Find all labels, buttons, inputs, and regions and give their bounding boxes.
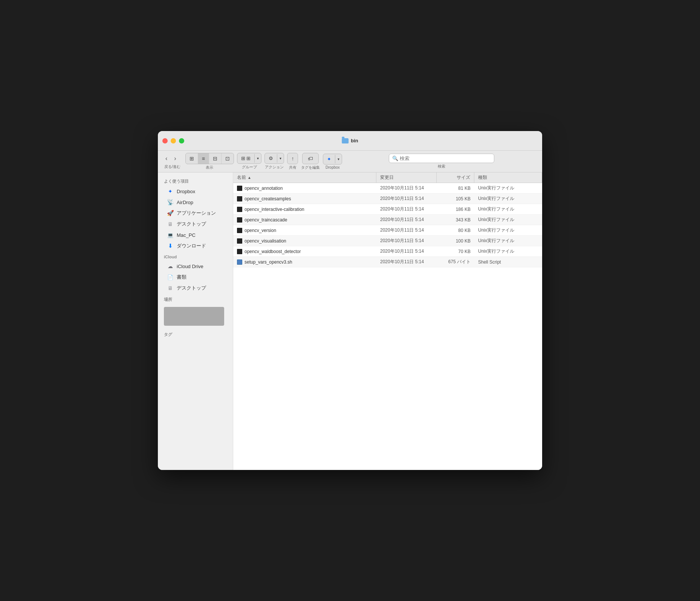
shell-file-icon: [237, 259, 242, 265]
sidebar-item-desktop[interactable]: 🖥 デスクトップ: [161, 219, 230, 229]
header-name[interactable]: 名前 ▲: [233, 172, 376, 183]
nav-buttons: ‹ ›: [162, 154, 179, 163]
file-row[interactable]: opencv_traincascade 2020年10月11日 5:14 343…: [233, 215, 542, 225]
file-type: Unix実行ファイル: [474, 206, 542, 212]
icon-view-button[interactable]: ⊞: [186, 153, 198, 164]
action-button[interactable]: ⚙ ▾: [264, 153, 284, 164]
file-type: Unix実行ファイル: [474, 248, 542, 255]
sidebar-item-downloads-label: ダウンロード: [177, 243, 206, 249]
file-list: opencv_annotation 2020年10月11日 5:14 81 KB…: [233, 183, 542, 470]
file-row[interactable]: opencv_interactive-calibration 2020年10月1…: [233, 204, 542, 215]
file-name: opencv_interactive-calibration: [233, 207, 376, 212]
dropbox-icon: ✦: [167, 188, 174, 195]
sidebar-item-mac-pc-label: Mac_PC: [177, 232, 196, 238]
dropbox-label: Dropbox: [326, 165, 340, 169]
group-main[interactable]: ⊞ ⊞: [237, 153, 255, 163]
unix-file-icon: [237, 238, 242, 244]
folder-icon: [342, 138, 348, 143]
file-row[interactable]: opencv_visualisation 2020年10月11日 5:14 10…: [233, 236, 542, 246]
back-button[interactable]: ‹: [162, 154, 170, 163]
sidebar-item-airdrop[interactable]: 📡 AirDrop: [161, 197, 230, 207]
sidebar-item-documents-label: 書類: [177, 274, 186, 281]
unix-file-icon: [237, 228, 242, 233]
file-row[interactable]: opencv_version 2020年10月11日 5:14 80 KB Un…: [233, 225, 542, 236]
file-row[interactable]: setup_vars_opencv3.sh 2020年10月11日 5:14 6…: [233, 257, 542, 267]
file-name: opencv_annotation: [233, 186, 376, 191]
sidebar-item-icloud-drive[interactable]: ☁ iCloud Drive: [161, 261, 230, 272]
share-group: ↑ 共有: [287, 153, 298, 170]
file-size: 675 バイト: [437, 259, 474, 265]
view-buttons: ⊞ ≡ ⊟ ⊡: [185, 153, 234, 164]
search-input[interactable]: [400, 156, 491, 161]
icloud-section-label: iCloud: [158, 252, 233, 261]
sidebar-item-downloads[interactable]: ⬇ ダウンロード: [161, 241, 230, 251]
airdrop-icon: 📡: [167, 199, 174, 206]
action-arrow[interactable]: ▾: [277, 154, 284, 163]
file-row[interactable]: opencv_createsamples 2020年10月11日 5:14 10…: [233, 194, 542, 204]
unix-file-icon: [237, 207, 242, 212]
file-size: 186 KB: [437, 207, 474, 212]
nav-group: ‹ › 戻る/進む: [162, 154, 182, 169]
search-icon: 🔍: [392, 156, 398, 161]
group-button[interactable]: ⊞ ⊞ ▾: [237, 153, 262, 164]
applications-icon: 🚀: [167, 210, 174, 217]
sidebar-item-desktop-label: デスクトップ: [177, 221, 206, 227]
forward-button[interactable]: ›: [171, 154, 179, 163]
file-row[interactable]: opencv_waldboost_detector 2020年10月11日 5:…: [233, 246, 542, 257]
action-label: アクション: [265, 165, 284, 170]
icloud-drive-icon: ☁: [167, 263, 174, 270]
documents-icon: 📄: [167, 274, 174, 281]
unix-file-icon: [237, 196, 242, 201]
file-date: 2020年10月11日 5:14: [376, 217, 437, 223]
sidebar-item-applications-label: アプリケーション: [177, 210, 216, 217]
group-arrow[interactable]: ▾: [254, 154, 261, 163]
file-row[interactable]: opencv_annotation 2020年10月11日 5:14 81 KB…: [233, 183, 542, 194]
file-date: 2020年10月11日 5:14: [376, 238, 437, 244]
finder-window: bin ‹ › 戻る/進む ⊞ ≡ ⊟ ⊡ 表示 ⊞ ⊞ ▾ グルー: [158, 131, 542, 470]
maximize-button[interactable]: [179, 138, 184, 143]
unix-file-icon: [237, 186, 242, 191]
list-view-button[interactable]: ≡: [198, 153, 209, 164]
toolbar: ‹ › 戻る/進む ⊞ ≡ ⊟ ⊡ 表示 ⊞ ⊞ ▾ グループ ⚙ ▾: [158, 151, 542, 172]
header-date[interactable]: 変更日: [376, 172, 437, 183]
view-label: 表示: [206, 165, 213, 170]
unix-file-icon: [237, 249, 242, 254]
minimize-button[interactable]: [171, 138, 176, 143]
file-name: opencv_visualisation: [233, 238, 376, 244]
sidebar-item-icloud-desktop[interactable]: 🖥 デスクトップ: [161, 283, 230, 293]
file-size: 100 KB: [437, 238, 474, 244]
dropbox-arrow[interactable]: ▾: [335, 155, 342, 163]
file-type: Unix実行ファイル: [474, 185, 542, 191]
file-size: 70 KB: [437, 249, 474, 254]
location-section-label: 場所: [158, 294, 233, 304]
file-date: 2020年10月11日 5:14: [376, 206, 437, 212]
file-date: 2020年10月11日 5:14: [376, 195, 437, 202]
dropbox-main[interactable]: ✦: [323, 154, 335, 164]
sidebar-item-dropbox[interactable]: ✦ Dropbox: [161, 186, 230, 197]
search-input-wrapper[interactable]: 🔍: [389, 154, 494, 163]
tag-button[interactable]: 🏷: [302, 153, 319, 164]
sidebar-item-icloud-desktop-label: デスクトップ: [177, 285, 206, 291]
action-main[interactable]: ⚙: [265, 153, 277, 163]
sidebar-item-applications[interactable]: 🚀 アプリケーション: [161, 208, 230, 218]
dropbox-group: ✦ ▾ Dropbox: [323, 154, 342, 169]
sidebar-item-mac-pc[interactable]: 💻 Mac_PC: [161, 230, 230, 240]
header-type[interactable]: 種類: [474, 172, 542, 183]
sidebar-item-dropbox-label: Dropbox: [177, 189, 195, 194]
mac-pc-icon: 💻: [167, 232, 174, 238]
file-name: opencv_traincascade: [233, 217, 376, 223]
group-label: グループ: [242, 165, 257, 170]
file-area: 名前 ▲ 変更日 サイズ 種類 opencv_annotation 2020年1…: [233, 172, 542, 470]
gallery-view-button[interactable]: ⊡: [222, 153, 234, 164]
icloud-desktop-icon: 🖥: [167, 285, 174, 291]
sidebar-item-documents[interactable]: 📄 書類: [161, 272, 230, 282]
close-button[interactable]: [162, 138, 168, 143]
sort-arrow-icon: ▲: [248, 175, 251, 180]
sidebar-item-airdrop-label: AirDrop: [177, 200, 193, 205]
column-view-button[interactable]: ⊟: [209, 153, 221, 164]
dropbox-button[interactable]: ✦ ▾: [323, 154, 342, 165]
share-button[interactable]: ↑: [287, 153, 298, 164]
downloads-icon: ⬇: [167, 243, 174, 249]
header-size[interactable]: サイズ: [437, 172, 474, 183]
tags-section-label: タグ: [158, 329, 233, 339]
